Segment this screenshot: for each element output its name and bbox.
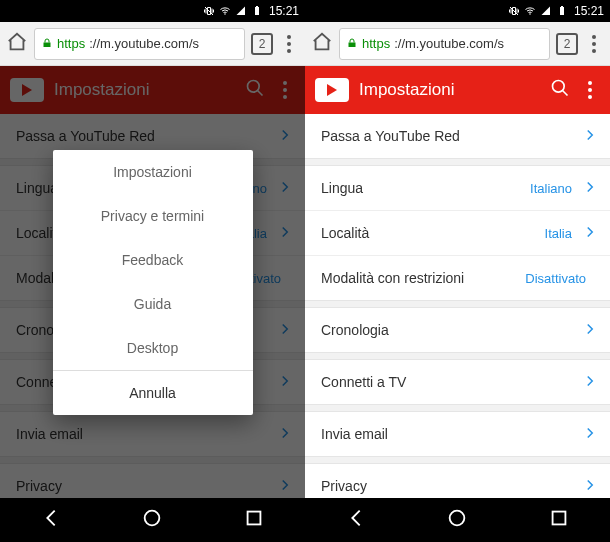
row-label: Connetti a TV xyxy=(321,374,406,390)
row-youtube-red[interactable]: Passa a YouTube Red xyxy=(305,114,610,158)
chevron-right-icon xyxy=(586,180,594,196)
row-send-email[interactable]: Invia email xyxy=(305,412,610,456)
chevron-right-icon xyxy=(586,374,594,390)
svg-point-1 xyxy=(224,13,226,15)
chevron-right-icon xyxy=(586,322,594,338)
chevron-right-icon xyxy=(586,478,594,494)
vibrate-icon xyxy=(508,5,520,17)
lock-icon xyxy=(346,35,358,53)
url-rest: ://m.youtube.com/s xyxy=(394,36,504,51)
tab-count[interactable]: 2 xyxy=(556,33,578,55)
svg-rect-13 xyxy=(349,42,356,47)
clock: 15:21 xyxy=(574,4,604,18)
signal-icon xyxy=(540,5,552,17)
row-locale[interactable]: LocalitàItalia xyxy=(305,211,610,255)
row-label: Località xyxy=(321,225,369,241)
popup-item-privacy-terms[interactable]: Privacy e termini xyxy=(53,194,253,238)
phone-right: 15:21 https://m.youtube.com/s 2 Impostaz… xyxy=(305,0,610,542)
row-history[interactable]: Cronologia xyxy=(305,308,610,352)
home-button[interactable] xyxy=(311,31,333,57)
nav-recents-button[interactable] xyxy=(243,507,265,533)
url-rest: ://m.youtube.com/s xyxy=(89,36,199,51)
row-restricted-mode[interactable]: Modalità con restrizioniDisattivato xyxy=(305,256,610,300)
tab-count[interactable]: 2 xyxy=(251,33,273,55)
popup-cancel-button[interactable]: Annulla xyxy=(53,370,253,415)
browser-bar: https://m.youtube.com/s 2 xyxy=(305,22,610,66)
clock: 15:21 xyxy=(269,4,299,18)
popup-item-feedback[interactable]: Feedback xyxy=(53,238,253,282)
app-menu-button[interactable] xyxy=(580,81,600,99)
status-bar: 15:21 xyxy=(0,0,305,22)
nav-bar xyxy=(305,498,610,542)
svg-rect-2 xyxy=(255,7,259,15)
svg-point-16 xyxy=(450,511,465,526)
signal-icon xyxy=(235,5,247,17)
row-label: Cronologia xyxy=(321,322,389,338)
app-header: Impostazioni xyxy=(305,66,610,114)
settings-list: Passa a YouTube Red LinguaItaliano Local… xyxy=(305,114,610,498)
svg-rect-4 xyxy=(44,42,51,47)
nav-recents-button[interactable] xyxy=(548,507,570,533)
svg-rect-8 xyxy=(248,512,261,525)
svg-rect-11 xyxy=(560,7,564,15)
nav-home-button[interactable] xyxy=(141,507,163,533)
url-box[interactable]: https://m.youtube.com/s xyxy=(34,28,245,60)
modal-overlay[interactable]: Impostazioni Privacy e termini Feedback … xyxy=(0,66,305,498)
phone-left: 15:21 https://m.youtube.com/s 2 Impostaz… xyxy=(0,0,305,542)
popup-item-help[interactable]: Guida xyxy=(53,282,253,326)
nav-back-button[interactable] xyxy=(40,507,62,533)
status-bar: 15:21 xyxy=(305,0,610,22)
page-title: Impostazioni xyxy=(359,80,540,100)
nav-back-button[interactable] xyxy=(345,507,367,533)
battery-icon xyxy=(556,5,568,17)
svg-line-15 xyxy=(563,91,568,96)
row-value: Italia xyxy=(545,226,572,241)
popup-menu: Impostazioni Privacy e termini Feedback … xyxy=(53,150,253,415)
browser-menu-button[interactable] xyxy=(584,35,604,53)
svg-rect-17 xyxy=(553,512,566,525)
row-label: Invia email xyxy=(321,426,388,442)
row-value: Disattivato xyxy=(525,271,586,286)
popup-item-settings[interactable]: Impostazioni xyxy=(53,150,253,194)
row-label: Privacy xyxy=(321,478,367,494)
wifi-icon xyxy=(524,5,536,17)
youtube-logo[interactable] xyxy=(315,78,349,102)
home-button[interactable] xyxy=(6,31,28,57)
separator xyxy=(305,158,610,166)
browser-menu-button[interactable] xyxy=(279,35,299,53)
vibrate-icon xyxy=(203,5,215,17)
row-privacy[interactable]: Privacy xyxy=(305,464,610,498)
row-label: Lingua xyxy=(321,180,363,196)
svg-point-7 xyxy=(145,511,160,526)
row-label: Passa a YouTube Red xyxy=(321,128,460,144)
wifi-icon xyxy=(219,5,231,17)
chevron-right-icon xyxy=(586,128,594,144)
url-scheme: https xyxy=(362,36,390,51)
svg-rect-12 xyxy=(561,6,563,7)
browser-bar: https://m.youtube.com/s 2 xyxy=(0,22,305,66)
url-scheme: https xyxy=(57,36,85,51)
popup-item-desktop[interactable]: Desktop xyxy=(53,326,253,370)
svg-point-10 xyxy=(529,13,531,15)
url-box[interactable]: https://m.youtube.com/s xyxy=(339,28,550,60)
svg-rect-3 xyxy=(256,6,258,7)
row-language[interactable]: LinguaItaliano xyxy=(305,166,610,210)
nav-home-button[interactable] xyxy=(446,507,468,533)
battery-icon xyxy=(251,5,263,17)
row-label: Modalità con restrizioni xyxy=(321,270,464,286)
row-value: Italiano xyxy=(530,181,572,196)
search-button[interactable] xyxy=(550,78,570,102)
nav-bar xyxy=(0,498,305,542)
lock-icon xyxy=(41,35,53,53)
row-connect-tv[interactable]: Connetti a TV xyxy=(305,360,610,404)
chevron-right-icon xyxy=(586,225,594,241)
chevron-right-icon xyxy=(586,426,594,442)
svg-point-14 xyxy=(553,81,565,93)
